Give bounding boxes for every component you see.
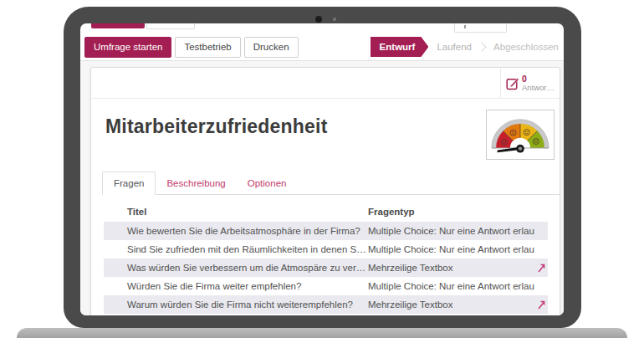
workflow-step-laufend[interactable]: Laufend (437, 42, 472, 52)
answers-label: Antwor… (522, 84, 555, 92)
cutoff-secondary-button[interactable] (146, 23, 195, 29)
table-header: Titel Fragentyp (104, 202, 548, 222)
workflow-step-abgeschlossen[interactable]: Abgeschlossen (493, 42, 559, 52)
toolbar-actions: Umfrage starten Testbetrieb Drucken (84, 37, 299, 58)
table-row[interactable]: Warum würden Sie die Firma nicht weitere… (104, 295, 548, 314)
column-fragentyp: Fragentyp (368, 207, 534, 217)
table-row[interactable]: Würden Sie die Firma weiter empfehlen? M… (104, 277, 548, 295)
satisfaction-gauge-box (486, 110, 555, 160)
webcam-led-icon (333, 18, 336, 21)
app-screen: Umfrage starten Testbetrieb Drucken Entw… (80, 23, 564, 315)
edit-pencil-icon (506, 76, 520, 90)
branch-logic-icon (538, 300, 545, 310)
start-survey-button[interactable]: Umfrage starten (84, 37, 171, 58)
satisfaction-gauge-icon (488, 112, 552, 157)
cutoff-primary-button[interactable] (91, 23, 145, 28)
branch-logic-icon (538, 264, 545, 273)
table-row[interactable]: Was würden Sie verbessern um die Atmospä… (104, 259, 548, 277)
answers-text: 0 Antwor… (522, 74, 555, 92)
survey-toolbar: Umfrage starten Testbetrieb Drucken Entw… (80, 33, 564, 61)
question-title: Würden Sie die Firma weiter empfehlen? (104, 281, 368, 291)
question-type: Multiple Choice: Nur eine Antwort erlaub… (368, 244, 534, 254)
webcam-icon (315, 16, 322, 23)
laptop-base (17, 328, 627, 338)
card-tabs: Fragen Beschreibung Optionen (102, 172, 560, 195)
card-header-strip: 0 Antwor… (91, 68, 560, 99)
workflow-steps: Entwurf Laufend Abgeschlossen (371, 37, 559, 57)
workflow-step-entwurf[interactable]: Entwurf (371, 37, 429, 57)
row-icon-cell (534, 300, 548, 310)
answers-count: 0 (522, 74, 555, 83)
survey-card: 0 Antwor… Mitarbeiterzufriedenheit (90, 67, 560, 315)
test-mode-button[interactable]: Testbetrieb (175, 37, 240, 58)
table-row[interactable]: Wie bewerten Sie die Arbeitsatmosphäre i… (104, 222, 548, 240)
question-title: Warum würden Sie die Firma nicht weitere… (104, 300, 368, 310)
question-type: Mehrzeilige Textbox (368, 263, 534, 273)
questions-table: Titel Fragentyp Wie bewerten Sie die Arb… (104, 202, 548, 314)
question-type: Multiple Choice: Nur eine Antwort erlaub… (368, 281, 534, 291)
answers-badge[interactable]: 0 Antwor… (500, 68, 560, 98)
column-titel: Titel (104, 207, 368, 217)
question-title: Wie bewerten Sie die Arbeitsatmosphäre i… (104, 226, 368, 236)
row-icon-cell (534, 264, 548, 273)
question-type: Mehrzeilige Textbox (368, 300, 534, 310)
tab-beschreibung[interactable]: Beschreibung (156, 172, 236, 194)
table-row[interactable]: Sind Sie zufrieden mit den Räumlichkeite… (104, 240, 548, 259)
tab-optionen[interactable]: Optionen (237, 172, 298, 194)
print-button[interactable]: Drucken (244, 37, 299, 58)
question-type: Multiple Choice: Nur eine Antwort erlaub… (368, 226, 534, 236)
dropdown-caret-icon (464, 25, 466, 28)
question-title: Was würden Sie verbessern um die Atmospä… (104, 263, 368, 273)
cutoff-dropdown[interactable] (454, 23, 507, 33)
question-title: Sind Sie zufrieden mit den Räumlichkeite… (104, 244, 368, 254)
chevron-right-icon (477, 42, 486, 51)
tab-fragen[interactable]: Fragen (102, 172, 156, 195)
table-body: Wie bewerten Sie die Arbeitsatmosphäre i… (104, 222, 548, 314)
